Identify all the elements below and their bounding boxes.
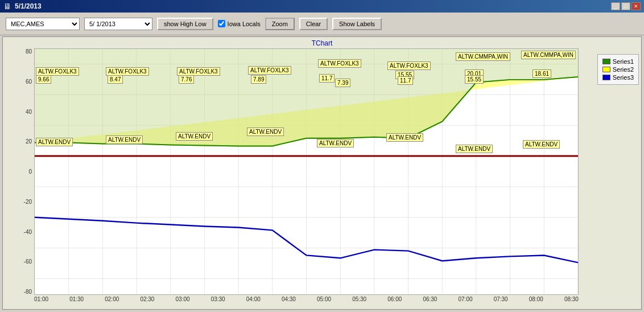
window-controls: _ □ ✕	[611, 2, 641, 10]
legend-series3: Series3	[602, 74, 634, 81]
chart-area: TChart 80 60 40 20 0 -20 -40 -60 -80	[2, 36, 642, 310]
svg-marker-25	[35, 49, 578, 146]
window-title: 5/1/2013	[15, 2, 608, 10]
app-icon: 🖥	[3, 2, 11, 11]
legend-series3-color	[602, 75, 610, 80]
chart-title: TChart	[3, 37, 641, 50]
show-labels-button[interactable]: Show Labels	[332, 18, 382, 30]
toolbar: MEC,AMES MEC,DES MOINES 5/ 1/2013 5/ 2/2…	[0, 13, 644, 35]
clear-button[interactable]: Clear	[299, 18, 328, 30]
iowa-locals-label: Iowa Locals	[218, 20, 261, 27]
legend-series2-color	[602, 67, 610, 72]
y-axis: 80 60 40 20 0 -20 -40 -60 -80	[3, 48, 34, 295]
station-select[interactable]: MEC,AMES MEC,DES MOINES	[6, 18, 80, 30]
zoom-button[interactable]: Zoom	[265, 18, 295, 30]
x-axis: 01:00 01:30 02:00 02:30 03:00 03:30 04:0…	[34, 295, 579, 309]
legend-series1: Series1	[602, 58, 634, 65]
legend-series1-color	[602, 59, 610, 64]
legend-series2-label: Series2	[613, 66, 634, 73]
chart-plot-area: ALTW.FOXLK3 ALTW.FOXLK3 ALTW.FOXLK3 ALTW…	[34, 48, 579, 295]
maximize-button[interactable]: □	[621, 2, 630, 10]
show-high-low-button[interactable]: show High Low	[157, 18, 213, 30]
title-bar: 🖥 5/1/2013 _ □ ✕	[0, 0, 644, 13]
iowa-locals-checkbox[interactable]	[218, 20, 225, 27]
date-select[interactable]: 5/ 1/2013 5/ 2/2013	[84, 18, 152, 30]
legend: Series1 Series2 Series3	[597, 54, 639, 85]
legend-series1-label: Series1	[613, 58, 634, 65]
legend-series2: Series2	[602, 66, 634, 73]
minimize-button[interactable]: _	[611, 2, 620, 10]
legend-series3-label: Series3	[613, 74, 634, 81]
close-button[interactable]: ✕	[631, 2, 641, 10]
